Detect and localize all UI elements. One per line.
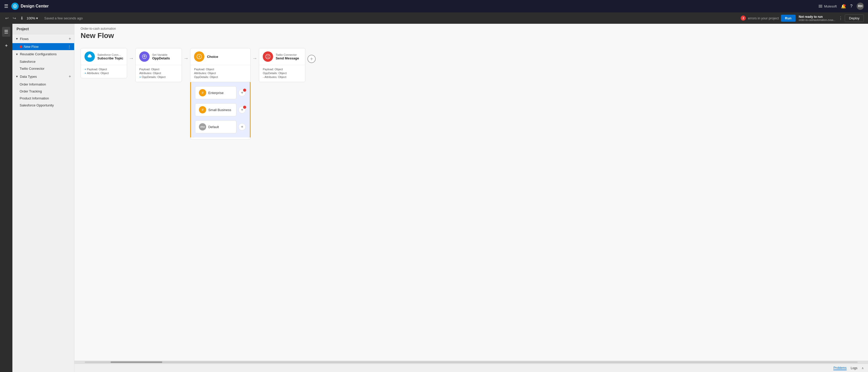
arrow-2: → bbox=[183, 48, 189, 61]
help-icon[interactable]: ? bbox=[850, 4, 852, 8]
svg-text:?: ? bbox=[198, 55, 200, 58]
add-data-type-button[interactable]: + bbox=[69, 74, 71, 79]
choice-header-inner: ? Choice bbox=[190, 48, 250, 65]
salesforce-title: Subscribe Topic bbox=[97, 56, 123, 60]
sidebar-item-order-tracking[interactable]: Order Tracking bbox=[12, 88, 74, 95]
sidebar-icon-list[interactable]: ☰ bbox=[2, 27, 10, 37]
sidebar-item-new-flow[interactable]: New Flow ⋮ bbox=[12, 43, 74, 50]
problems-tab[interactable]: Problems bbox=[833, 366, 846, 370]
sidebar-item-sf-opportunity[interactable]: Salesforce Opportunity bbox=[12, 102, 74, 109]
default-else-icon: else bbox=[199, 123, 206, 130]
salesforce-subtitle: Salesforce Conn... bbox=[97, 53, 123, 56]
reusable-section-header[interactable]: ▼ Reusable Configurations bbox=[12, 50, 74, 58]
flows-chevron: ▼ bbox=[16, 37, 18, 40]
sv-field-2: +OppDetails: Object bbox=[139, 75, 178, 79]
scroll-track[interactable] bbox=[85, 362, 858, 363]
flows-label: Flows bbox=[20, 37, 69, 41]
svg-point-9 bbox=[269, 56, 269, 56]
scroll-thumb[interactable] bbox=[111, 362, 162, 363]
salesforce-field-1: +Attributes: Object bbox=[85, 71, 123, 75]
setvariable-icon bbox=[139, 52, 150, 62]
icon-sidebar: ☰ ✦ bbox=[0, 24, 12, 372]
redo-icon[interactable]: ↪ bbox=[11, 15, 17, 22]
data-types-chevron: ▼ bbox=[16, 75, 18, 78]
default-branch[interactable]: else Default bbox=[195, 120, 237, 133]
zoom-value: 100% bbox=[27, 16, 35, 20]
choice-body: Payload: Object Attributes: Object OppDe… bbox=[190, 65, 250, 82]
default-add-btn[interactable]: + bbox=[239, 123, 246, 130]
add-flow-button[interactable]: + bbox=[69, 36, 71, 41]
sidebar-item-salesforce[interactable]: Salesforce bbox=[12, 58, 74, 65]
sv-field-1: Attributes: Object bbox=[139, 71, 178, 75]
reusable-section: ▼ Reusable Configurations Salesforce Twi… bbox=[12, 50, 74, 72]
flows-section-header[interactable]: ▼ Flows + bbox=[12, 34, 74, 43]
scroll-area[interactable] bbox=[74, 361, 868, 364]
toolbar: ↩ ↪ ⬇ 100% ▾ Saved a few seconds ago 2 e… bbox=[0, 12, 868, 24]
undo-icon[interactable]: ↩ bbox=[4, 15, 9, 22]
choice-wrapper: ? Choice Payload: Object Attributes: Obj… bbox=[190, 48, 251, 140]
bottom-bar: Problems Logs ∧ bbox=[74, 364, 868, 372]
svg-point-11 bbox=[269, 57, 269, 58]
salesforce-node[interactable]: Salesforce Conn... Subscribe Topic +Payl… bbox=[81, 48, 127, 78]
setvariable-title: OppDetails bbox=[152, 56, 170, 60]
canvas-content: Salesforce Conn... Subscribe Topic +Payl… bbox=[74, 44, 868, 361]
bottom-chevron-icon[interactable]: ∧ bbox=[862, 366, 864, 370]
user-avatar[interactable]: RH bbox=[857, 3, 864, 10]
canvas-area: Order-to-cash automation New Flow Salesf… bbox=[74, 24, 868, 372]
smallbusiness-add-btn[interactable]: + bbox=[239, 106, 246, 114]
smallbusiness-branch[interactable]: if Small Business bbox=[195, 103, 237, 116]
sidebar-item-order-info[interactable]: Order Information bbox=[12, 81, 74, 88]
choice-title: Choice bbox=[207, 55, 218, 59]
mulesoft-label: Mulesoft bbox=[818, 4, 837, 8]
tw-field-1: OppDetails: Object bbox=[263, 71, 302, 75]
enterprise-add-btn[interactable]: + bbox=[239, 89, 246, 96]
setvariable-node-text: Set Variable OppDetails bbox=[152, 53, 170, 60]
setvariable-node-header: Set Variable OppDetails bbox=[135, 48, 182, 65]
ch-field-2: OppDetails: Object bbox=[194, 75, 247, 79]
reusable-label: Reusable Configurations bbox=[20, 52, 71, 56]
choice-node-header[interactable]: ? Choice Payload: Object Attributes: Obj… bbox=[190, 48, 251, 82]
logs-tab[interactable]: Logs bbox=[851, 366, 858, 370]
more-options-icon[interactable]: ⋮ bbox=[839, 16, 843, 21]
flows-section: ▼ Flows + New Flow ⋮ bbox=[12, 34, 74, 50]
setvariable-node[interactable]: Set Variable OppDetails Payload: Object … bbox=[135, 48, 182, 82]
salesforce-node-text: Salesforce Conn... Subscribe Topic bbox=[97, 53, 123, 60]
sidebar-item-twilio[interactable]: Twilio Connector bbox=[12, 65, 74, 72]
deploy-button[interactable]: Deploy bbox=[845, 14, 864, 22]
top-header: ☰ Design Center Mulesoft 🔔 ? RH bbox=[0, 0, 868, 12]
logo-icon bbox=[11, 3, 19, 10]
data-types-label: Data Types bbox=[20, 75, 69, 79]
enterprise-error-dot bbox=[243, 89, 246, 92]
enterprise-if-icon: if bbox=[199, 89, 206, 96]
twilio-node[interactable]: Twilio Connector Send Message Payload: O… bbox=[259, 48, 305, 82]
run-button[interactable]: Run bbox=[781, 15, 796, 22]
add-node-button[interactable]: + bbox=[307, 55, 316, 63]
reusable-chevron: ▼ bbox=[16, 53, 18, 56]
data-types-section-header[interactable]: ▼ Data Types + bbox=[12, 72, 74, 81]
smallbusiness-branch-row: if Small Business + bbox=[193, 103, 248, 116]
not-ready-title: Not ready to run bbox=[799, 15, 835, 19]
default-label: Default bbox=[208, 125, 219, 129]
twilio-title: Send Message bbox=[276, 56, 299, 60]
hamburger-icon[interactable]: ☰ bbox=[4, 3, 8, 9]
choice-title-block: Choice bbox=[207, 55, 218, 59]
not-ready-status: Not ready to run order-to-cashautomation… bbox=[799, 15, 835, 22]
tw-field-2: -Attributes: Object bbox=[263, 75, 302, 79]
download-icon[interactable]: ⬇ bbox=[19, 15, 25, 22]
notification-bell[interactable]: 🔔 bbox=[841, 4, 846, 9]
enterprise-branch[interactable]: if Enterprise bbox=[195, 86, 237, 99]
zoom-control[interactable]: 100% ▾ bbox=[27, 16, 38, 20]
setvariable-body: Payload: Object Attributes: Object +OppD… bbox=[135, 65, 182, 82]
setvariable-subtitle: Set Variable bbox=[152, 53, 170, 56]
sidebar-icon-flow[interactable]: ✦ bbox=[2, 41, 10, 51]
smallbusiness-if-icon: if bbox=[199, 106, 206, 114]
twilio-body: Payload: Object OppDetails: Object -Attr… bbox=[259, 65, 305, 82]
new-flow-label: New Flow bbox=[24, 45, 38, 49]
flow-more-icon[interactable]: ⋮ bbox=[68, 45, 71, 49]
page-title: New Flow bbox=[74, 32, 868, 44]
smallbusiness-error-dot bbox=[243, 106, 246, 109]
sidebar-item-product-info[interactable]: Product Information bbox=[12, 95, 74, 102]
twilio-node-header: Twilio Connector Send Message bbox=[259, 48, 305, 65]
arrow-1: → bbox=[129, 48, 134, 61]
svg-rect-2 bbox=[819, 6, 822, 6]
